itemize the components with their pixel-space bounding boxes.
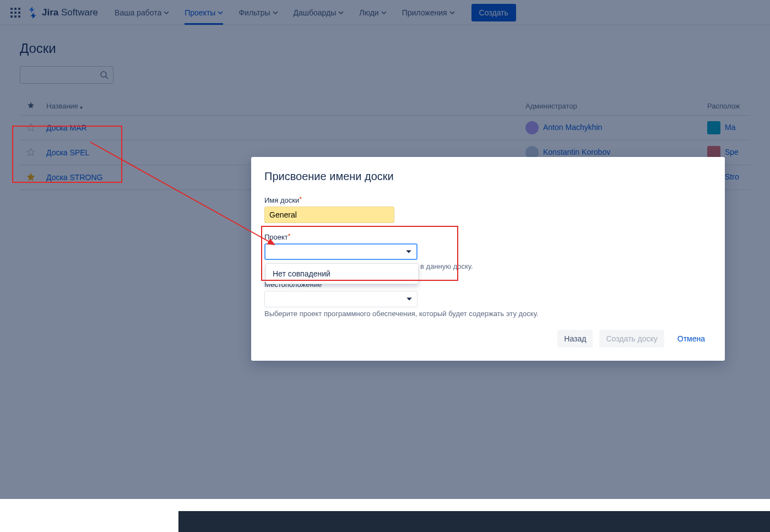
modal-footer: Назад Создать доску Отмена bbox=[264, 330, 712, 348]
create-board-button: Создать доску bbox=[599, 330, 664, 348]
chevron-down-icon bbox=[405, 248, 412, 255]
cancel-button[interactable]: Отмена bbox=[671, 330, 712, 348]
board-name-input[interactable] bbox=[264, 207, 394, 223]
field-project: Проект* Нет совпадений ния в данную доск… bbox=[264, 233, 712, 270]
location-help: Выберите проект программного обеспечения… bbox=[264, 310, 712, 318]
back-button[interactable]: Назад bbox=[557, 330, 593, 348]
os-taskbar bbox=[0, 498, 770, 532]
chevron-down-icon bbox=[406, 296, 413, 302]
project-label: Проект* bbox=[264, 233, 712, 241]
modal-title: Присвоение имени доски bbox=[264, 170, 712, 183]
project-help-fragment: ния в данную доску. bbox=[406, 262, 712, 270]
project-dropdown-nomatch: Нет совпадений bbox=[273, 269, 330, 278]
create-board-modal: Присвоение имени доски Имя доски* Проект… bbox=[251, 157, 725, 361]
field-board-name: Имя доски* bbox=[264, 196, 712, 223]
location-select[interactable] bbox=[264, 291, 417, 307]
project-dropdown: Нет совпадений bbox=[265, 263, 419, 284]
project-select[interactable]: Нет совпадений bbox=[264, 243, 417, 260]
field-location: Местоположение* Выберите проект программ… bbox=[264, 280, 712, 318]
board-name-label: Имя доски* bbox=[264, 196, 712, 204]
